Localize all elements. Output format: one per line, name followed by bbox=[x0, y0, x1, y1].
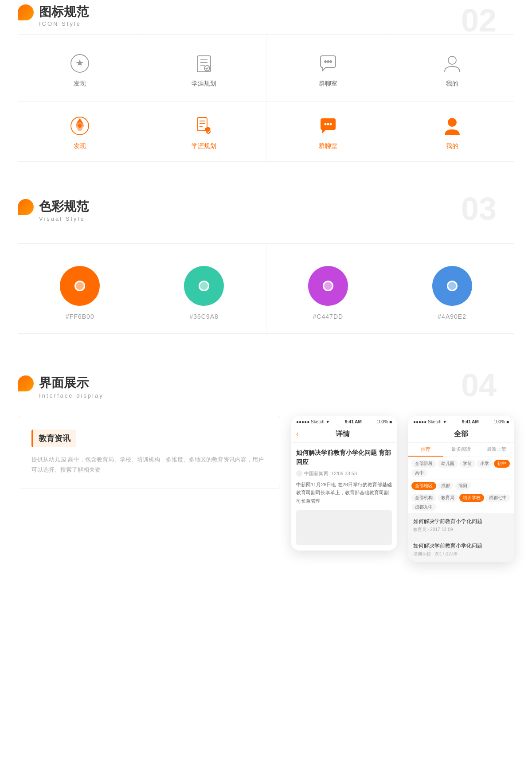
phone2-status-time: 9:41 AM bbox=[462, 419, 479, 424]
icon-cell-career-colored: 学涯规划 bbox=[142, 102, 266, 161]
phone1-status-left: ●●●●● Sketch ▼ bbox=[296, 419, 330, 424]
news-card: 教育资讯 提供从幼儿园-高中，包含教育局、学校、培训机构，多维度、多地区的教育资… bbox=[18, 416, 280, 489]
icon-section-header: 图标规范 ICON Style 02 bbox=[18, 0, 514, 34]
color-grid: #FF6B00 #36C9A8 #C447DD #4A90E2 bbox=[18, 243, 514, 334]
filter-edu-bureau[interactable]: 教育局 bbox=[438, 494, 458, 502]
phone2-list-item[interactable]: 如何解决学前教育小学化问题 教育局 · 2017-12-09 bbox=[408, 513, 514, 538]
phone-detail-mockup: ●●●●● Sketch ▼ 9:41 AM 100% ■ ‹ 详情 如何解决学… bbox=[291, 416, 397, 551]
color-circle-purple bbox=[308, 266, 348, 306]
filter-all-org[interactable]: 全部机构 bbox=[411, 494, 436, 502]
color-inner-teal bbox=[199, 281, 209, 291]
filter-all-region[interactable]: 全部地区 bbox=[411, 482, 436, 490]
icon-grid-normal: 发现 学涯规划 群聊室 bbox=[18, 34, 514, 102]
icon-cell-profile-normal: 我的 bbox=[390, 35, 514, 101]
interface-section-number: 04 bbox=[461, 369, 497, 401]
phone2-nav-bar: 全部 bbox=[408, 426, 514, 443]
icon-label-profile-normal: 我的 bbox=[446, 80, 458, 88]
color-section-badge bbox=[18, 199, 34, 215]
phone-list-mockup: ●●●●● Sketch ▼ 9:41 AM 100% ■ 全部 推荐 最多阅读… bbox=[408, 416, 514, 562]
phone2-status-bar: ●●●●● Sketch ▼ 9:41 AM 100% ■ bbox=[408, 416, 514, 426]
filter-chengdu[interactable]: 成都 bbox=[438, 482, 454, 490]
svg-point-20 bbox=[327, 123, 329, 125]
phone2-list-item-2-meta: 培训学校 · 2017-12-08 bbox=[413, 551, 509, 557]
icon-cell-chat-normal: 群聊室 bbox=[266, 35, 391, 101]
icon-label-discover-colored: 发现 bbox=[74, 142, 86, 150]
filter-all-stage[interactable]: 全部阶段 bbox=[411, 460, 436, 468]
icon-section-number: 02 bbox=[461, 4, 497, 36]
color-inner-blue bbox=[447, 281, 458, 291]
icon-section: 图标规范 ICON Style 02 发现 学涯规划 bbox=[0, 0, 532, 162]
filter-chengdu-7[interactable]: 成都七中 bbox=[485, 494, 510, 502]
filter-primary[interactable]: 小学 bbox=[477, 460, 493, 468]
svg-point-22 bbox=[448, 118, 457, 127]
svg-point-8 bbox=[325, 61, 326, 63]
phone2-list-item-title: 如何解决学前教育小学化问题 bbox=[413, 518, 509, 525]
interface-title-en: Interface display bbox=[39, 392, 104, 399]
color-section: 色彩规范 Visual Style 03 #FF6B00 #36C9A8 #C4… bbox=[0, 188, 532, 348]
icon-label-discover-normal: 发现 bbox=[74, 80, 86, 88]
phone1-back-icon[interactable]: ‹ bbox=[296, 430, 298, 438]
phone1-status-bar: ●●●●● Sketch ▼ 9:41 AM 100% ■ bbox=[291, 416, 397, 426]
color-cell-teal: #36C9A8 bbox=[142, 244, 266, 333]
icon-cell-discover-normal: 发现 bbox=[18, 35, 142, 101]
phone1-content: 如何解决学前教育小学化问题 育部回应 中国新闻网 12/09 23:53 中新网… bbox=[291, 443, 397, 551]
phone1-article-title: 如何解决学前教育小学化问题 育部回应 bbox=[296, 448, 392, 467]
filter-mianyang[interactable]: 绵阳 bbox=[455, 482, 471, 490]
filter-preschool[interactable]: 学前 bbox=[459, 460, 475, 468]
interface-section-header: 界面展示 Interface display 04 bbox=[18, 365, 514, 402]
phone2-filter-region: 全部地区 成都 绵阳 bbox=[408, 480, 514, 492]
icon-label-chat-colored: 群聊室 bbox=[319, 142, 337, 150]
icon-grid-colored: 发现 学涯规划 群聊室 bbox=[18, 102, 514, 162]
interface-section-badge bbox=[18, 375, 34, 391]
phone1-page-title: 详情 bbox=[302, 430, 383, 439]
phone2-filter-org: 全部机构 教育局 培训学校 成都七中 成都九中 bbox=[408, 492, 514, 513]
svg-point-18 bbox=[206, 129, 211, 134]
color-hex-purple: #C447DD bbox=[313, 313, 343, 320]
icon-label-career-colored: 学涯规划 bbox=[192, 142, 216, 150]
color-circle-orange bbox=[60, 266, 100, 306]
filter-junior[interactable]: 初中 bbox=[494, 460, 510, 468]
filter-senior[interactable]: 高中 bbox=[411, 469, 427, 477]
phone1-source: 中国新闻网 bbox=[304, 470, 329, 477]
tab-recommend[interactable]: 推荐 bbox=[408, 443, 443, 457]
color-section-header: 色彩规范 Visual Style 03 bbox=[18, 188, 514, 226]
color-circle-blue bbox=[432, 266, 472, 306]
tab-most-read[interactable]: 最多阅读 bbox=[443, 443, 479, 457]
filter-kindergarten[interactable]: 幼儿园 bbox=[438, 460, 458, 468]
phone2-filter-stage: 全部阶段 幼儿园 学前 小学 初中 高中 bbox=[408, 457, 514, 480]
icon-cell-chat-colored: 群聊室 bbox=[266, 102, 391, 161]
icon-section-badge bbox=[18, 4, 34, 20]
svg-point-21 bbox=[329, 123, 332, 125]
color-hex-orange: #FF6B00 bbox=[66, 313, 94, 320]
color-cell-orange: #FF6B00 bbox=[18, 244, 142, 333]
color-title-block: 色彩规范 Visual Style bbox=[39, 199, 89, 223]
phone2-list-item-2[interactable]: 如何解决学前教育小学化问题 培训学校 · 2017-12-08 bbox=[408, 538, 514, 562]
phone1-nav-bar: ‹ 详情 bbox=[291, 426, 397, 443]
color-section-number: 03 bbox=[461, 193, 497, 225]
svg-point-11 bbox=[448, 56, 456, 64]
icon-label-chat-normal: 群聊室 bbox=[319, 80, 337, 88]
color-title-en: Visual Style bbox=[39, 215, 89, 222]
phone1-source-icon bbox=[296, 470, 302, 477]
color-circle-teal bbox=[184, 266, 224, 306]
svg-rect-3 bbox=[197, 56, 211, 72]
phone2-list-item-meta: 教育局 · 2017-12-09 bbox=[413, 527, 509, 533]
color-hex-teal: #36C9A8 bbox=[189, 313, 218, 320]
phone1-status-time: 9:41 AM bbox=[345, 419, 362, 424]
icon-cell-profile-colored: 我的 bbox=[390, 102, 514, 161]
phone1-status-right: 100% ■ bbox=[377, 419, 392, 424]
icon-label-profile-colored: 我的 bbox=[446, 142, 458, 150]
tab-latest[interactable]: 最新上架 bbox=[479, 443, 514, 457]
phone2-status-left: ●●●●● Sketch ▼ bbox=[413, 419, 447, 424]
icon-title-cn: 图标规范 bbox=[39, 4, 89, 20]
phone2-tabs: 推荐 最多阅读 最新上架 bbox=[408, 443, 514, 457]
phone1-article-meta: 中国新闻网 12/09 23:53 bbox=[296, 470, 392, 477]
news-card-desc: 提供从幼儿园-高中，包含教育局、学校、培训机构，多维度、多地区的教育资讯内容，用… bbox=[31, 454, 266, 475]
color-inner-orange bbox=[74, 281, 85, 291]
phone1-article-image bbox=[296, 510, 392, 545]
filter-training-school[interactable]: 培训学校 bbox=[459, 494, 484, 502]
filter-chengdu-9[interactable]: 成都九中 bbox=[411, 503, 436, 511]
svg-point-10 bbox=[330, 61, 332, 63]
icon-title-block: 图标规范 ICON Style bbox=[39, 4, 89, 27]
interface-section: 界面展示 Interface display 04 教育资讯 提供从幼儿园-高中… bbox=[0, 365, 532, 580]
